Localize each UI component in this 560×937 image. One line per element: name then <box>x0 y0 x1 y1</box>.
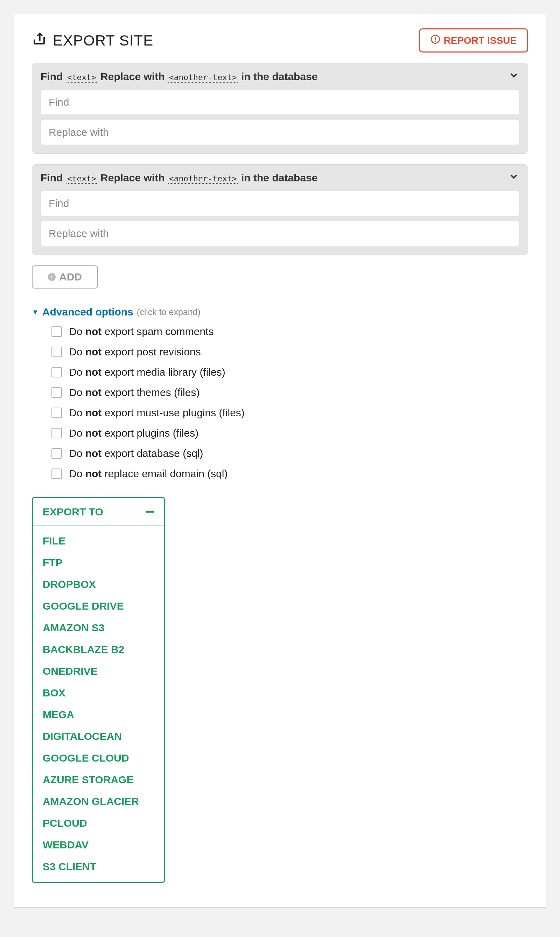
export-target-list: FILEFTPDROPBOXGOOGLE DRIVEAMAZON S3BACKB… <box>33 526 164 882</box>
chevron-down-icon <box>508 70 519 83</box>
plus-icon: + <box>48 273 55 281</box>
export-target-s3-client[interactable]: S3 CLIENT <box>33 856 164 877</box>
export-target-webdav[interactable]: WEBDAV <box>33 834 164 856</box>
find-replace-group-2: Find <text> Replace with <another-text> … <box>32 164 528 255</box>
add-button[interactable]: + ADD <box>32 265 98 288</box>
export-target-amazon-s3[interactable]: AMAZON S3 <box>33 617 164 639</box>
export-target-box[interactable]: BOX <box>33 682 164 704</box>
replace-input-2[interactable] <box>41 221 519 246</box>
advanced-checkbox-0[interactable] <box>51 326 62 337</box>
export-target-digitalocean[interactable]: DIGITALOCEAN <box>33 726 164 747</box>
export-target-file[interactable]: FILE <box>33 530 164 552</box>
find-replace-header-2[interactable]: Find <text> Replace with <another-text> … <box>41 171 519 185</box>
svg-point-2 <box>435 41 436 42</box>
advanced-option-0[interactable]: Do not export spam comments <box>51 326 528 338</box>
advanced-option-6[interactable]: Do not export database (sql) <box>51 447 528 459</box>
advanced-option-5[interactable]: Do not export plugins (files) <box>51 427 528 439</box>
chevron-down-icon <box>508 171 519 185</box>
advanced-option-1[interactable]: Do not export post revisions <box>51 346 528 358</box>
export-target-dropbox[interactable]: DROPBOX <box>33 573 164 595</box>
export-target-onedrive[interactable]: ONEDRIVE <box>33 660 164 682</box>
export-target-google-cloud[interactable]: GOOGLE CLOUD <box>33 747 164 769</box>
export-target-azure-storage[interactable]: AZURE STORAGE <box>33 769 164 791</box>
find-replace-group-1: Find <text> Replace with <another-text> … <box>32 63 528 154</box>
replace-input-1[interactable] <box>41 120 519 145</box>
advanced-options-toggle[interactable]: ▼ Advanced options (click to expand) <box>32 306 528 318</box>
advanced-checkbox-2[interactable] <box>51 367 62 378</box>
export-target-mega[interactable]: MEGA <box>33 704 164 726</box>
advanced-option-4[interactable]: Do not export must-use plugins (files) <box>51 407 528 419</box>
find-replace-header-1[interactable]: Find <text> Replace with <another-text> … <box>41 70 519 83</box>
export-icon <box>32 31 46 50</box>
advanced-checkbox-7[interactable] <box>51 468 62 479</box>
export-to-header[interactable]: EXPORT TO <box>33 498 164 526</box>
advanced-checkbox-5[interactable] <box>51 428 62 438</box>
report-issue-button[interactable]: REPORT ISSUE <box>419 28 528 52</box>
panel-header: EXPORT SITE REPORT ISSUE <box>32 28 528 52</box>
find-input-2[interactable] <box>41 191 519 216</box>
export-target-backblaze-b2[interactable]: BACKBLAZE B2 <box>33 639 164 660</box>
advanced-option-3[interactable]: Do not export themes (files) <box>51 387 528 398</box>
advanced-option-7[interactable]: Do not replace email domain (sql) <box>51 468 528 480</box>
advanced-checkbox-4[interactable] <box>51 408 62 418</box>
advanced-checkbox-3[interactable] <box>51 387 62 398</box>
export-target-google-drive[interactable]: GOOGLE DRIVE <box>33 595 164 617</box>
alert-icon <box>431 34 440 46</box>
advanced-checkbox-1[interactable] <box>51 347 62 357</box>
minus-icon <box>146 511 154 513</box>
advanced-option-2[interactable]: Do not export media library (files) <box>51 366 528 378</box>
caret-down-icon: ▼ <box>32 308 39 316</box>
advanced-options-list: Do not export spam commentsDo not export… <box>32 326 528 480</box>
export-site-panel: EXPORT SITE REPORT ISSUE Find <text> Rep… <box>14 14 546 908</box>
export-to-dropdown: EXPORT TO FILEFTPDROPBOXGOOGLE DRIVEAMAZ… <box>32 497 165 883</box>
export-target-pcloud[interactable]: PCLOUD <box>33 812 164 834</box>
page-title: EXPORT SITE <box>32 31 153 50</box>
find-input-1[interactable] <box>41 89 519 115</box>
export-target-amazon-glacier[interactable]: AMAZON GLACIER <box>33 791 164 812</box>
export-target-ftp[interactable]: FTP <box>33 552 164 573</box>
advanced-checkbox-6[interactable] <box>51 448 62 459</box>
